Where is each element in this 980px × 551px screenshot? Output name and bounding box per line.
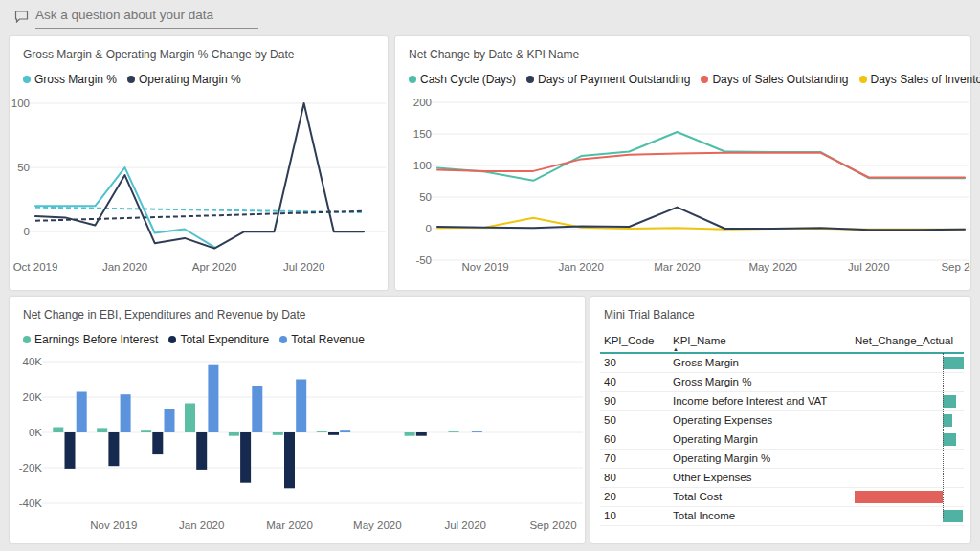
svg-text:Sep 2020: Sep 2020 (529, 519, 576, 531)
table-row[interactable]: 90Income before Interest and VAT (600, 392, 964, 411)
legend-label: Total Revenue (291, 333, 365, 346)
kpi-name-cell: Income before Interest and VAT (673, 392, 827, 410)
legend-label: Earnings Before Interest (34, 333, 158, 346)
net-change-bar (943, 414, 952, 427)
legend-dot (701, 76, 708, 83)
table-row[interactable]: 60Operating Margin (600, 430, 964, 450)
table-row[interactable]: 30Gross Margin (600, 354, 964, 373)
legend-item[interactable]: Days of Payment Outstanding (526, 73, 690, 86)
kpi-code-cell: 90 (604, 392, 616, 410)
chart-title: Net Change in EBI, Expenditures and Reve… (23, 308, 575, 321)
net-change-bar (943, 357, 964, 369)
legend-item[interactable]: Cash Cycle (Days) (409, 73, 516, 86)
table-body: 30Gross Margin40Gross Margin %90Income b… (600, 354, 964, 526)
table-row[interactable]: 20Total Cost (600, 488, 964, 507)
chart-legend: Earnings Before InterestTotal Expenditur… (23, 333, 579, 346)
table-row[interactable]: 40Gross Margin % (600, 373, 964, 392)
line-chart-net-change-kpi[interactable]: -50050100150200Nov 2019Jan 2020Mar 2020M… (395, 94, 970, 290)
legend-dot (526, 76, 534, 83)
svg-text:200: 200 (413, 97, 432, 108)
table-row[interactable]: 70Operating Margin % (600, 450, 964, 469)
kpi-code-cell: 70 (604, 450, 616, 468)
chat-bubble-icon (14, 11, 29, 23)
line-chart-gross-operating-margin[interactable]: 050100Oct 2019Jan 2020Apr 2020Jul 2020 (10, 94, 388, 290)
column-header-kpi-name[interactable]: KPI_Name (673, 335, 726, 346)
table-row[interactable]: 80Other Expenses (600, 469, 964, 488)
legend-label: Days of Payment Outstanding (538, 73, 690, 86)
svg-text:Sep 2020: Sep 2020 (941, 261, 970, 273)
legend-item[interactable]: Earnings Before Interest (23, 333, 158, 346)
card-net-change-kpi: Net Change by Date & KPI Name Cash Cycle… (395, 36, 970, 290)
legend-dot (168, 336, 176, 343)
svg-text:Jul 2020: Jul 2020 (848, 261, 889, 273)
column-header-net-change-actual[interactable]: Net_Change_Actual (855, 335, 953, 346)
table-row[interactable]: 50Operating Expenses (600, 411, 964, 430)
net-change-bar (855, 491, 943, 503)
chart-title: Net Change by Date & KPI Name (409, 48, 961, 61)
zero-axis-line (943, 353, 944, 518)
kpi-name-cell: Operating Expenses (673, 411, 772, 430)
kpi-name-cell: Gross Margin (673, 354, 739, 372)
legend-item[interactable]: Days of Sales Outstanding (701, 73, 848, 86)
legend-dot (279, 336, 287, 343)
legend-label: Total Expenditure (180, 333, 269, 346)
table-row[interactable]: 10Total Income (600, 507, 964, 526)
svg-text:Mar 2020: Mar 2020 (654, 261, 701, 273)
legend-item[interactable]: Total Revenue (279, 333, 365, 346)
table-title: Mini Trial Balance (604, 308, 961, 321)
net-change-bar (943, 433, 956, 446)
dashboard: Ask a question about your data Gross Mar… (0, 0, 980, 551)
svg-text:Jan 2020: Jan 2020 (559, 261, 604, 273)
legend-item[interactable]: Total Expenditure (168, 333, 269, 346)
kpi-name-cell: Other Expenses (673, 469, 751, 487)
svg-text:100: 100 (413, 160, 432, 171)
kpi-code-cell: 30 (604, 354, 616, 372)
svg-text:-40K: -40K (19, 497, 43, 509)
kpi-name-cell: Total Cost (673, 488, 722, 506)
kpi-code-cell: 20 (604, 488, 616, 506)
legend-dot (859, 76, 867, 83)
legend-dot (127, 76, 135, 83)
legend-label: Days of Sales Outstanding (712, 73, 848, 86)
chart-title: Gross Margin & Operating Margin % Change… (23, 48, 378, 61)
legend-item[interactable]: Days Sales of Inventory (859, 73, 980, 86)
kpi-name-cell: Total Income (673, 507, 735, 525)
chart-legend: Cash Cycle (Days)Days of Payment Outstan… (409, 73, 965, 86)
svg-text:20K: 20K (23, 391, 43, 403)
svg-text:0: 0 (426, 223, 432, 234)
legend-item[interactable]: Gross Margin % (23, 73, 117, 86)
kpi-code-cell: 40 (604, 373, 616, 391)
svg-text:50: 50 (419, 191, 432, 203)
legend-item[interactable]: Operating Margin % (127, 73, 241, 86)
svg-text:Jul 2020: Jul 2020 (444, 519, 485, 531)
svg-text:Jan 2020: Jan 2020 (102, 261, 147, 273)
qa-question-input[interactable]: Ask a question about your data (35, 8, 258, 29)
svg-text:-50: -50 (415, 254, 432, 266)
svg-text:100: 100 (11, 98, 30, 109)
table-header: KPI_Code KPI_Name Net_Change_Actual ▲ (600, 333, 964, 354)
kpi-code-cell: 50 (604, 411, 616, 430)
net-change-bar (943, 395, 956, 408)
chart-legend: Gross Margin %Operating Margin % (23, 73, 382, 86)
svg-text:May 2020: May 2020 (748, 261, 797, 273)
bar-chart-ebi-expenditure-revenue[interactable]: -40K-20K0K20K40KNov 2019Jan 2020Mar 2020… (10, 354, 585, 543)
card-ebi-expenditure-revenue: Net Change in EBI, Expenditures and Reve… (10, 297, 585, 543)
svg-text:May 2020: May 2020 (353, 519, 402, 531)
legend-label: Operating Margin % (139, 73, 241, 86)
kpi-code-cell: 10 (604, 507, 616, 525)
legend-label: Days Sales of Inventory (871, 73, 980, 86)
legend-label: Cash Cycle (Days) (420, 73, 516, 86)
sort-ascending-icon: ▲ (673, 346, 679, 352)
svg-text:-20K: -20K (19, 462, 43, 474)
kpi-code-cell: 80 (604, 469, 616, 487)
svg-text:50: 50 (17, 162, 30, 173)
svg-text:Jul 2020: Jul 2020 (283, 261, 324, 273)
legend-label: Gross Margin % (34, 73, 117, 86)
kpi-name-cell: Gross Margin % (673, 373, 751, 391)
card-mini-trial-balance: Mini Trial Balance KPI_Code KPI_Name Net… (590, 297, 970, 543)
svg-text:Jan 2020: Jan 2020 (179, 519, 224, 531)
column-header-kpi-code[interactable]: KPI_Code (604, 335, 654, 346)
svg-text:0K: 0K (29, 427, 42, 438)
svg-text:Mar 2020: Mar 2020 (266, 519, 313, 531)
card-gross-operating-margin: Gross Margin & Operating Margin % Change… (10, 36, 388, 290)
